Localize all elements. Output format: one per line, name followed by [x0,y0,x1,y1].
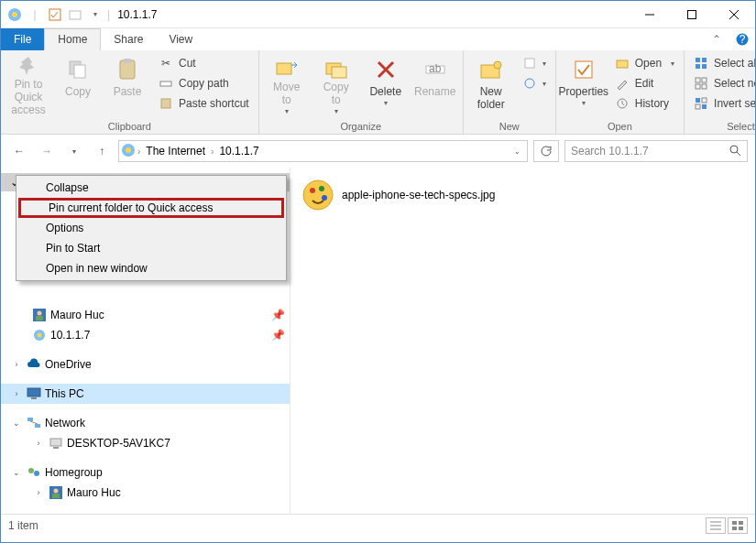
help-button[interactable]: ? [729,28,755,50]
ctx-collapse[interactable]: Collapse [18,178,284,198]
ctx-open-new-window[interactable]: Open in new window [18,258,284,278]
group-label: New [467,119,552,134]
tab-share[interactable]: Share [101,28,156,50]
nav-this-pc[interactable]: › This PC [1,384,290,404]
nav-up-button[interactable]: ↑ [91,140,113,162]
svg-point-47 [38,311,42,316]
pin-icon: 📌 [271,329,284,342]
ctx-pin-current-folder[interactable]: Pin current folder to Quick access [18,198,284,218]
select-none-icon [694,76,708,91]
view-large-icons-button[interactable] [728,517,748,534]
svg-rect-40 [696,104,700,109]
ctx-options[interactable]: Options [18,218,284,238]
main-area: ⌄ ★ Quick access Collapse Pin current fo… [1,168,755,514]
properties-button[interactable]: Properties▾ [560,53,608,115]
svg-rect-48 [36,316,43,320]
breadcrumb-root[interactable]: The Internet [142,145,209,157]
scissors-icon: ✂ [159,56,173,71]
window-controls [629,1,755,27]
select-all-button[interactable]: Select all [688,53,756,73]
svg-rect-5 [688,10,696,18]
copy-to-icon [322,55,351,80]
address-dropdown[interactable]: ⌄ [509,147,525,156]
tab-view[interactable]: View [156,28,205,50]
close-button[interactable] [713,1,755,27]
path-icon [159,76,173,91]
svg-rect-57 [53,447,59,449]
svg-point-1 [12,12,17,17]
select-all-icon [694,56,708,71]
nav-network-computer[interactable]: › DESKTOP-5AV1KC7 [1,433,290,453]
svg-rect-36 [696,84,700,89]
navigation-pane[interactable]: ⌄ ★ Quick access Collapse Pin current fo… [1,168,290,514]
new-item-button[interactable]: ▾ [517,53,552,73]
easy-access-icon [522,76,537,91]
new-folder-button[interactable]: New folder [467,53,515,115]
chevron-right-icon[interactable]: › [137,147,140,157]
view-details-button[interactable] [706,517,726,534]
file-item[interactable]: apple-iphone-se-tech-specs.jpg [301,179,744,212]
nav-onedrive[interactable]: › OneDrive [1,354,290,375]
copy-to-button[interactable]: Copy to▾ [312,53,360,115]
delete-button[interactable]: Delete▾ [362,53,410,115]
search-input[interactable]: Search 10.1.1.7 [564,140,748,162]
quick-access-toolbar: | ▾ | [1,6,110,23]
user-icon [49,485,63,500]
nav-context-menu: Collapse Pin current folder to Quick acc… [16,175,287,281]
image-file-icon [301,179,334,212]
pin-to-quick-access-button[interactable]: Pin to Quick access [5,53,52,115]
content-pane[interactable]: apple-iphone-se-tech-specs.jpg [290,168,755,514]
nav-homegroup-user[interactable]: › Mauro Huc [1,483,290,503]
nav-homegroup[interactable]: ⌄ Homegroup [1,462,290,483]
copy-path-button[interactable]: Copy path [153,73,255,93]
ctx-pin-to-start[interactable]: Pin to Start [18,238,284,258]
tab-home[interactable]: Home [44,28,101,50]
easy-access-button[interactable]: ▾ [517,73,552,93]
search-placeholder: Search 10.1.1.7 [571,145,649,157]
shortcut-icon [159,96,173,111]
minimize-button[interactable] [629,1,671,27]
qat-properties-icon[interactable] [47,6,63,23]
refresh-button[interactable] [533,140,559,162]
button-label: Pin to Quick access [5,79,52,116]
window-title: 10.1.1.7 [110,8,629,21]
svg-point-44 [730,146,738,153]
rename-button[interactable]: ab Rename [411,53,459,115]
maximize-button[interactable] [671,1,713,27]
nav-network[interactable]: ⌄ Network [1,413,290,433]
paste-shortcut-button[interactable]: Paste shortcut [153,93,255,114]
nav-forward-button[interactable]: → [36,140,58,162]
copy-button[interactable]: Copy [54,53,102,115]
breadcrumb-leaf[interactable]: 10.1.1.7 [215,145,262,157]
svg-text:?: ? [740,33,746,46]
select-none-button[interactable]: Select none [688,73,756,93]
address-bar[interactable]: › The Internet › 10.1.1.7 ⌄ [118,140,528,162]
user-icon [32,308,47,322]
cut-button[interactable]: ✂Cut [153,53,255,73]
collapse-ribbon-button[interactable]: ⌃ [704,28,729,50]
svg-rect-54 [35,424,40,428]
nav-qa-item[interactable]: 10.1.1.7 📌 [1,325,290,345]
chevron-right-icon: › [32,488,45,497]
svg-rect-3 [70,11,81,19]
properties-icon [569,55,598,84]
chevron-right-icon[interactable]: › [211,147,214,157]
history-button[interactable]: History [609,93,680,114]
qat-customize-dropdown[interactable]: ▾ [87,6,104,23]
tab-file[interactable]: File [1,28,44,50]
svg-rect-30 [696,58,700,62]
paste-button[interactable]: Paste [104,53,151,115]
svg-text:ab: ab [429,62,442,75]
pin-icon [14,55,43,77]
svg-rect-41 [702,104,707,109]
svg-point-61 [54,489,59,494]
svg-rect-70 [732,521,737,525]
move-to-button[interactable]: Move to▾ [263,53,311,115]
nav-qa-item[interactable]: Mauro Huc 📌 [1,305,290,325]
invert-selection-button[interactable]: Invert selection [688,93,756,114]
qat-newfolder-icon[interactable] [67,6,83,23]
nav-back-button[interactable]: ← [8,140,30,162]
open-button[interactable]: Open▾ [609,53,680,73]
nav-recent-dropdown[interactable]: ▾ [63,140,85,162]
edit-button[interactable]: Edit [609,73,680,93]
